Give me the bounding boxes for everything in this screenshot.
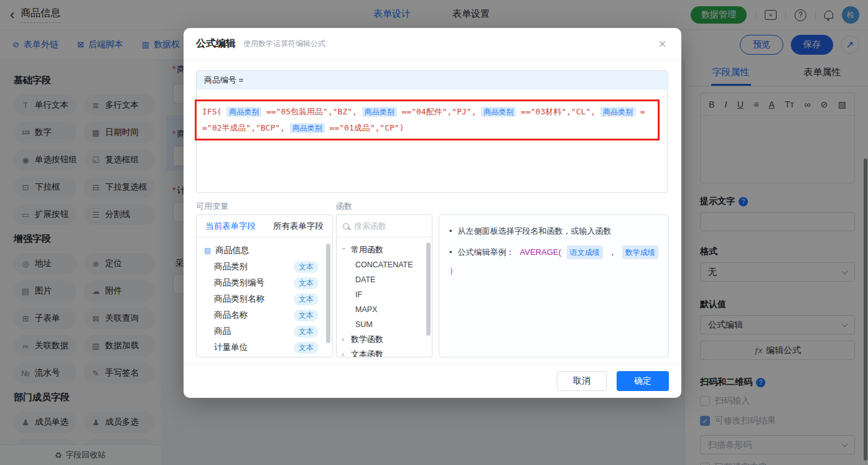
type-badge: 文本 [294, 310, 319, 321]
function-item[interactable]: DATE [337, 272, 432, 287]
example-function-name: AVERAGE( [520, 246, 561, 259]
chevron-icon: › [342, 350, 347, 357]
function-group-common[interactable]: ›常用函数 [337, 242, 432, 257]
function-group-math[interactable]: ›数学函数 [337, 332, 432, 347]
variable-item[interactable]: 商品名称文本 [197, 307, 332, 323]
formula-editor-modal: 公式编辑 使用数学运算符编辑公式 × 商品编号 = IFS( 商品类别 =="0… [184, 28, 681, 398]
modal-footer: 取消 确定 [184, 364, 681, 398]
formula-editor-box: 商品编号 = IFS( 商品类别 =="05包装用品","BZ", 商品类别 =… [196, 70, 668, 193]
variables-scrollbar[interactable] [326, 244, 330, 343]
field-token[interactable]: 商品类别 [362, 107, 397, 117]
variable-item[interactable]: 计量单位文本 [197, 339, 332, 356]
field-token[interactable]: 商品类别 [600, 107, 635, 117]
example-field-token: 数学成绩 [622, 246, 658, 259]
function-item[interactable]: IF [337, 287, 432, 302]
close-icon[interactable]: × [658, 37, 666, 51]
functions-section-label: 函数 [336, 201, 352, 212]
help-tip-1: •从左侧面板选择字段名和函数，或输入函数 [449, 225, 658, 237]
screen: ‹ 商品信息 表单设计 表单设置 数据管理 ≡ ? 检 ⊘ 表单外链 ⊠ 后端脚… [0, 0, 868, 465]
tree-root-form[interactable]: ▤商品信息 [197, 242, 332, 259]
type-badge: 文本 [294, 293, 319, 305]
function-group-text[interactable]: ›文本函数 [337, 347, 432, 357]
formula-code-input[interactable]: IFS( 商品类别 =="05包装用品","BZ", 商品类别 =="04配件"… [202, 104, 652, 136]
chevron-icon: › [340, 247, 348, 252]
formula-help-panel: •从左侧面板选择字段名和函数，或输入函数 • 公式编辑举例： AVERAGE( … [439, 214, 669, 357]
type-badge: 文本 [294, 261, 319, 273]
formula-target-field: 商品编号 = [197, 71, 667, 90]
type-badge: 文本 [294, 277, 319, 289]
example-field-token: 语文成绩 [567, 246, 603, 259]
formula-highlight-annotation: IFS( 商品类别 =="05包装用品","BZ", 商品类别 =="04配件"… [195, 99, 660, 140]
functions-tree: ›常用函数 CONCATENATE DATE IF MAPX SUM ›数学函数… [337, 237, 432, 357]
modal-subtitle: 使用数学运算符编辑公式 [243, 39, 325, 49]
field-token[interactable]: 商品类别 [290, 123, 325, 133]
function-search[interactable]: 搜索函数 [337, 215, 432, 237]
help-tip-2: • 公式编辑举例： AVERAGE( 语文成绩 ， 数学成绩 ） [449, 246, 658, 277]
search-icon [343, 223, 349, 229]
cancel-button[interactable]: 取消 [557, 371, 607, 391]
type-badge: 文本 [294, 342, 319, 354]
variables-tree: ▤商品信息 商品类别文本 商品类别编号文本 商品类别名称文本 商品名称文本 商品… [197, 237, 332, 357]
modal-title: 公式编辑 [196, 37, 236, 50]
modal-header: 公式编辑 使用数学运算符编辑公式 × [184, 28, 681, 60]
variable-item[interactable]: 商品类别文本 [197, 259, 332, 275]
tab-current-form-fields[interactable]: 当前表单字段 [197, 221, 264, 232]
variable-item[interactable]: 商品文本 [197, 323, 332, 339]
document-icon: ▤ [204, 246, 211, 255]
field-token[interactable]: 商品类别 [226, 107, 261, 117]
function-item[interactable]: SUM [337, 317, 432, 332]
type-badge: 文本 [294, 326, 319, 338]
variable-item[interactable]: 商品类别编号文本 [197, 275, 332, 291]
variables-panel: 当前表单字段 所有表单字段 ▤商品信息 商品类别文本 商品类别编号文本 商品类别… [196, 214, 333, 357]
variables-tabs: 当前表单字段 所有表单字段 [197, 215, 332, 237]
functions-panel: 搜索函数 ›常用函数 CONCATENATE DATE IF MAPX SUM … [336, 214, 432, 357]
tab-all-form-fields[interactable]: 所有表单字段 [264, 221, 332, 232]
function-item[interactable]: MAPX [337, 302, 432, 317]
chevron-icon: › [342, 335, 347, 344]
function-item[interactable]: CONCATENATE [337, 257, 432, 272]
field-token[interactable]: 商品类别 [481, 107, 516, 117]
confirm-button[interactable]: 确定 [617, 371, 669, 391]
variable-item[interactable]: 商品类别名称文本 [197, 291, 332, 307]
variables-section-label: 可用变量 [196, 201, 228, 212]
functions-scrollbar[interactable] [426, 242, 431, 336]
search-placeholder: 搜索函数 [354, 221, 386, 232]
